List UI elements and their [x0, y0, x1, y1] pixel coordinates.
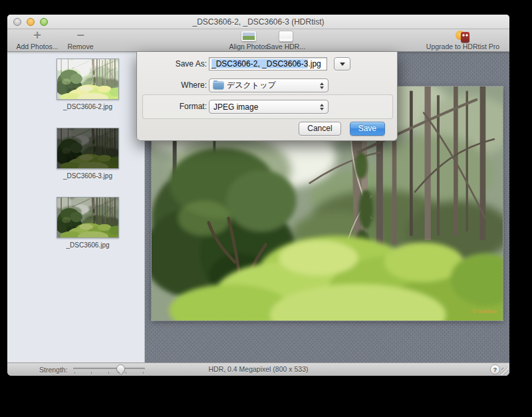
remove-label: Remove — [67, 43, 93, 51]
close-button[interactable] — [13, 18, 21, 26]
photo-icon — [241, 31, 256, 41]
save-hdr-label: Save HDR... — [267, 43, 305, 51]
help-button[interactable]: ? — [490, 364, 500, 374]
minus-icon: − — [76, 31, 84, 41]
format-label: Format: — [137, 102, 207, 111]
hdrtist-pro-icon — [454, 31, 471, 43]
format-value: JPEG image — [213, 102, 317, 112]
expand-dialog-button[interactable] — [334, 57, 350, 70]
list-item[interactable]: _DSC3606.jpg — [57, 197, 119, 249]
save-button[interactable]: Save — [350, 122, 385, 136]
remove-button[interactable]: − Remove — [63, 31, 98, 51]
resize-grip[interactable] — [501, 368, 509, 375]
where-label: Where: — [137, 80, 207, 90]
plus-icon: + — [33, 31, 41, 41]
photo-list-sidebar: _DSC3606-2.jpg _DSC3606-3.jpg _DSC3606.j… — [7, 52, 145, 362]
add-photos-label: Add Photos... — [16, 43, 58, 51]
save-dialog-sheet: Save As: _DSC3606-2, _DSC3606-3.jpg Wher… — [136, 52, 398, 141]
app-window: _DSC3606-2, _DSC3606-3 (HDRtist) + Add P… — [7, 15, 509, 376]
where-popup[interactable]: デスクトップ — [209, 78, 329, 92]
filename-input[interactable]: _DSC3606-2, _DSC3606-3.jpg — [209, 57, 327, 70]
status-text: HDR, 0.4 Megapixel (800 x 533) — [7, 363, 509, 376]
list-item[interactable]: _DSC3606-3.jpg — [57, 128, 119, 180]
status-bar: Strength: HDR, 0.4 Megapixel (800 x 533)… — [7, 362, 509, 376]
thumbnail-filename: _DSC3606.jpg — [66, 241, 109, 249]
upgrade-label: Upgrade to HDRtist Pro — [426, 43, 499, 51]
title-bar: _DSC3606-2, _DSC3606-3 (HDRtist) — [7, 15, 509, 29]
format-popup[interactable]: JPEG image — [209, 100, 329, 114]
drive-icon — [279, 31, 293, 42]
thumbnail-filename: _DSC3606-3.jpg — [63, 172, 112, 180]
cancel-button[interactable]: Cancel — [299, 122, 340, 136]
filename-selected-text: _DSC3606-2, _DSC3606-3 — [211, 59, 308, 69]
thumbnail-image — [57, 128, 119, 169]
save-hdr-button[interactable]: Save HDR... — [266, 31, 306, 51]
upgrade-button[interactable]: Upgrade to HDRtist Pro — [422, 31, 504, 51]
popup-arrows-icon — [320, 104, 324, 110]
zoom-button[interactable] — [40, 18, 48, 26]
align-photos-label: Align Photos — [229, 43, 269, 51]
folder-icon — [213, 82, 223, 89]
save-as-label: Save As: — [137, 59, 207, 69]
thumbnail-image — [57, 59, 119, 100]
list-item[interactable]: _DSC3606-2.jpg — [57, 59, 119, 110]
toolbar: + Add Photos... − Remove Align Photos Sa… — [7, 29, 509, 52]
filename-extension: .jpg — [308, 59, 321, 69]
align-photos-button[interactable]: Align Photos — [229, 31, 269, 51]
chevron-down-icon — [340, 63, 345, 66]
where-value: デスクトップ — [227, 80, 317, 91]
add-photos-button[interactable]: + Add Photos... — [14, 31, 61, 51]
thumbnail-filename: _DSC3606-2.jpg — [63, 103, 112, 110]
window-title: _DSC3606-2, _DSC3606-3 (HDRtist) — [7, 15, 509, 29]
thumbnail-image — [57, 197, 119, 238]
popup-arrows-icon — [320, 82, 324, 89]
minimize-button[interactable] — [27, 18, 35, 26]
